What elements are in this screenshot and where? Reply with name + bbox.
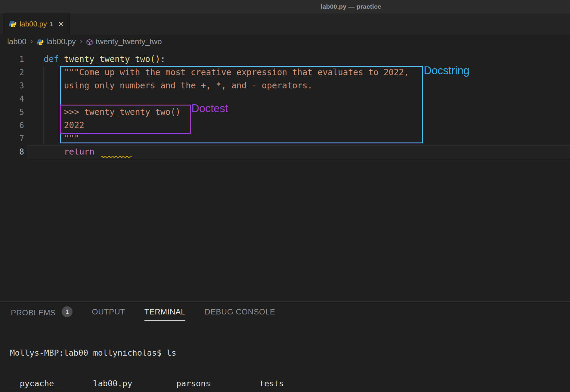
tab-output[interactable]: OUTPUT [92,307,125,321]
tab-lab00py[interactable]: lab00.py 1 ✕ [3,13,70,35]
terminal-output[interactable]: Mollys-MBP:lab00 mollynicholas$ ls __pyc… [10,327,289,392]
vscode-window: lab00.py — practice lab00.py 1 ✕ lab00 ›… [0,0,570,392]
code-line[interactable]: 8 return [0,145,570,158]
line-number: 1 [0,53,24,66]
code-text: """Come up with the most creative expres… [24,66,409,79]
line-number: 8 [0,145,24,158]
tab-debug-console-label: DEBUG CONSOLE [205,307,275,317]
breadcrumb-folder[interactable]: lab00 [7,37,26,46]
doctest-annotation-label: Doctest [191,102,228,115]
code-line[interactable]: 4 [0,92,570,106]
panel-tab-bar: PROBLEMS 1 OUTPUT TERMINAL DEBUG CONSOLE [11,307,275,322]
panel-divider[interactable] [0,302,570,302]
code-text: >>> twenty_twenty_two() [24,106,181,119]
code-line[interactable]: 5 >>> twenty_twenty_two() [0,106,570,119]
breadcrumb-file[interactable]: lab00.py [46,37,76,46]
code-line[interactable]: 3 using only numbers and the +, *, and -… [0,79,570,92]
code-text: using only numbers and the +, *, and - o… [24,79,312,92]
python-icon [37,39,44,46]
chevron-right-icon: › [30,36,33,46]
line-number: 2 [0,66,24,79]
code-line[interactable]: 6 2022 [0,119,570,132]
code-line[interactable]: 2 """Come up with the most creative expr… [0,66,570,79]
close-tab-icon[interactable]: ✕ [58,20,64,28]
tab-terminal-label: TERMINAL [144,307,185,317]
code-text [24,92,44,106]
line-number: 5 [0,106,24,119]
line-number: 6 [0,119,24,132]
tab-problems[interactable]: PROBLEMS 1 [11,307,73,322]
line-number: 3 [0,79,24,92]
code-editor[interactable]: 1 def twenty_twenty_two(): 2 """Come up … [0,53,570,158]
tab-debug-console[interactable]: DEBUG CONSOLE [205,307,275,321]
python-icon [9,20,17,28]
tab-terminal[interactable]: TERMINAL [144,307,185,321]
terminal-line: __pycache__ lab00.py parsons tests [10,378,289,389]
code-line[interactable]: 1 def twenty_twenty_two(): [0,53,570,66]
tab-output-label: OUTPUT [92,307,125,317]
line-number: 4 [0,92,24,106]
chevron-right-icon: › [79,36,82,46]
docstring-annotation-label: Docstring [424,64,469,77]
code-text: 2022 [24,119,84,132]
terminal-line: Mollys-MBP:lab00 mollynicholas$ ls [10,348,289,358]
window-title: lab00.py — practice [321,3,381,10]
editor-tab-bar: lab00.py 1 ✕ [0,13,570,35]
breadcrumb-symbol[interactable]: twenty_twenty_two [96,37,162,46]
problems-count-badge: 1 [62,306,73,317]
tab-problem-count: 1 [50,20,53,28]
line-number: 7 [0,132,24,145]
tab-filename: lab00.py [20,20,47,28]
tab-problems-label: PROBLEMS [11,308,56,317]
code-text: return [24,145,99,158]
window-titlebar[interactable]: lab00.py — practice [0,0,570,13]
breadcrumb: lab00 › lab00.py › twenty_twenty_two [0,35,570,48]
symbol-icon [86,39,93,46]
code-text: """ [24,132,79,145]
code-line[interactable]: 7 """ [0,132,570,145]
code-text: def twenty_twenty_two(): [24,53,166,66]
